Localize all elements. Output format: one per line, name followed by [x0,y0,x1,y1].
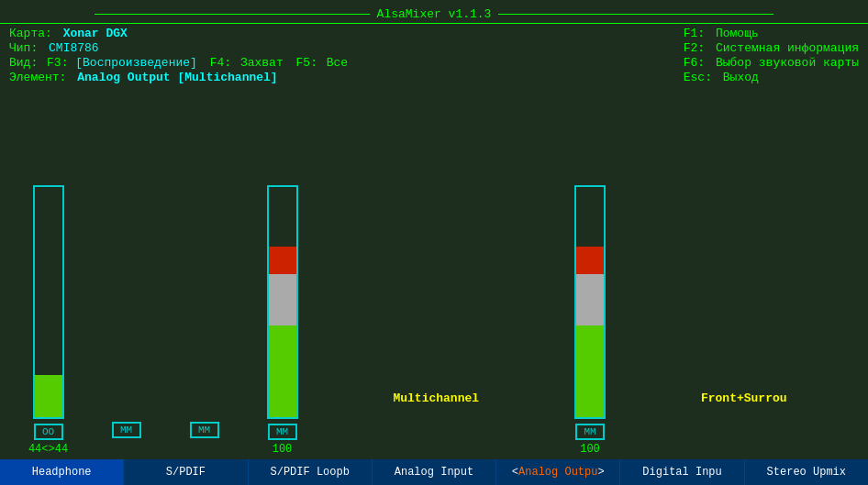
app-title: AlsaMixer v1.1.3 [377,7,492,21]
fader-empty-headphone [35,187,62,375]
channel-headphone: OO 44<>44 [9,185,87,456]
tab-headphone[interactable]: Headphone [0,459,124,485]
channel-digital-in: MM 100 [551,185,629,456]
tab-spdif-loopb[interactable]: S/PDIF Loopb [249,459,373,485]
mute-analog-in[interactable]: MM [268,424,297,440]
fader-red-ai [269,247,296,274]
view-f5: F5: [296,56,317,70]
tab-analog-output[interactable]: <Analog Outpu> [496,459,620,485]
title-dashes-left [95,14,370,15]
fader-green-ai [269,325,296,417]
fader-green-di [576,325,604,417]
element-value: Analog Output [Multichannel] [77,71,277,84]
view-f3: F3: [47,56,68,70]
view-row: Вид: F3: [Воспроизведение] F4: Захват F5… [9,56,348,70]
header-info: Карта: Xonar DGX Чип: CMI8786 Вид: F3: [… [0,24,868,87]
fader-empty-di [576,187,604,247]
tab-spdif[interactable]: S/PDIF [124,459,248,485]
card-label: Карта: [9,27,52,40]
esc-row: Esc: Выход [684,71,859,84]
tab-analog-input[interactable]: Analog Input [373,459,496,485]
mute-spdif[interactable]: MM [112,422,141,438]
frontsurrou-label: Front+Surrou [629,391,860,405]
tab-analog-out-prefix: < [512,466,518,479]
tab-stereo-upmix[interactable]: Stereo Upmix [745,459,868,485]
mute-headphone[interactable]: OO [34,424,63,440]
card-value: Xonar DGX [63,27,128,40]
fader-empty-ai [269,187,296,247]
value-headphone: 44<>44 [28,443,68,456]
app-window: AlsaMixer v1.1.3 Карта: Xonar DGX Чип: C… [0,0,868,485]
channel-analog-in: MM 100 [243,185,321,456]
header-right: F1: Помощь F2: Системная информация F6: … [684,27,859,84]
tab-analog-out-text: Analog Outpu [518,466,597,479]
tab-digital-input[interactable]: Digital Inpu [620,459,744,485]
title-bar: AlsaMixer v1.1.3 [0,0,868,24]
mute-spdif-loop[interactable]: MM [190,422,219,438]
f2-key: F2: [684,41,705,55]
fader-red-di [576,247,604,274]
f6-row: F6: Выбор звуковой карты [684,56,859,70]
fader-headphone[interactable] [33,185,64,419]
fader-analog-in[interactable] [267,185,298,419]
tab-bar: Headphone S/PDIF S/PDIF Loopb Analog Inp… [0,459,868,485]
fader-green-headphone [35,375,62,417]
card-row: Карта: Xonar DGX [9,27,348,40]
title-line: AlsaMixer v1.1.3 [95,7,774,21]
channel-spdif: MM [87,417,165,456]
spacer-multichannel: Multichannel [321,391,551,456]
view-f4-value: Захват [240,56,284,70]
fader-digital-in[interactable] [574,185,606,419]
f2-row: F2: Системная информация [684,41,859,55]
f2-desc: Системная информация [716,41,859,55]
f1-key: F1: [684,27,705,40]
spacer-frontsurrou: Front+Surrou [629,391,860,456]
view-f4: F4: [210,56,231,70]
f1-desc: Помощь [716,27,759,40]
value-analog-in: 100 [273,443,293,456]
f1-row: F1: Помощь [684,27,859,40]
value-digital-in: 100 [580,443,600,456]
header-left: Карта: Xonar DGX Чип: CMI8786 Вид: F3: [… [9,27,348,84]
esc-desc: Выход [723,71,759,84]
esc-key: Esc: [684,71,712,84]
channel-spdif-loop: MM [165,417,243,456]
multichannel-label: Multichannel [321,391,551,405]
view-f5-value: Все [327,56,348,70]
mixer-area: OO 44<>44 MM MM MM 100 Multichannel [0,87,868,456]
element-row: Элемент: Analog Output [Multichannel] [9,71,348,84]
f6-desc: Выбор звуковой карты [716,56,859,70]
tab-analog-out-suffix: > [597,466,604,479]
chip-value: CMI8786 [49,41,99,55]
mute-digital-in[interactable]: MM [575,424,605,440]
fader-gray-di [576,274,604,325]
element-label: Элемент: [9,71,66,84]
chip-row: Чип: CMI8786 [9,41,348,55]
fader-gray-ai [269,274,296,325]
f6-key: F6: [684,56,705,70]
title-dashes-right [498,14,773,15]
chip-label: Чип: [9,41,38,55]
view-label: Вид: [9,56,38,70]
view-f3-value: [Воспроизведение] [75,56,197,70]
